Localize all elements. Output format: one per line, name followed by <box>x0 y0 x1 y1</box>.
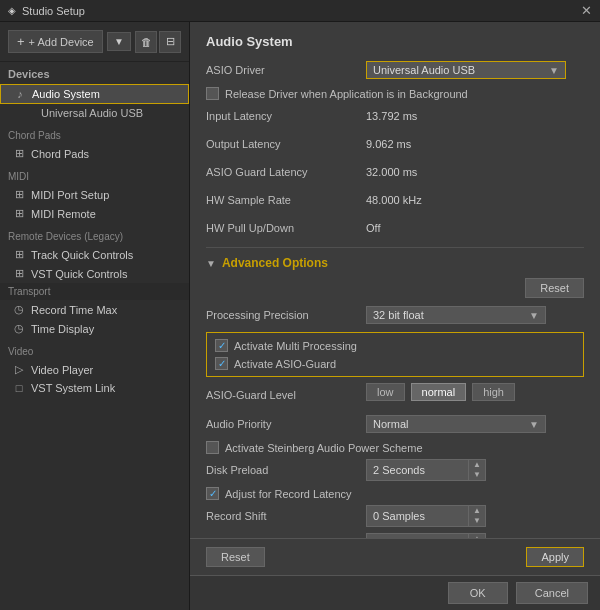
disk-preload-up[interactable]: ▲ <box>469 460 485 470</box>
asio-driver-select[interactable]: Universal Audio USB ▼ <box>366 61 566 79</box>
hw-pull-label: HW Pull Up/Down <box>206 222 366 234</box>
sidebar-item-universal-audio[interactable]: Universal Audio USB <box>0 104 189 122</box>
disk-preload-arrows: ▲ ▼ <box>468 460 485 480</box>
steinberg-power-checkbox[interactable] <box>206 441 219 454</box>
advanced-triangle-icon: ▼ <box>206 258 216 269</box>
reset-button-top[interactable]: Reset <box>525 278 584 298</box>
chord-pads-icon: ⊞ <box>12 147 26 160</box>
record-shift-up[interactable]: ▲ <box>469 506 485 516</box>
plus-icon: + <box>17 34 25 49</box>
vst-quick-label: VST Quick Controls <box>31 268 127 280</box>
sidebar-item-vst-quick[interactable]: ⊞ VST Quick Controls <box>0 264 189 283</box>
processing-precision-label: Processing Precision <box>206 309 366 321</box>
section-chord-pads: Chord Pads <box>0 122 189 144</box>
guard-level-high[interactable]: high <box>472 383 515 401</box>
vst-system-icon: □ <box>12 382 26 394</box>
title-bar: ◈ Studio Setup ✕ <box>0 0 600 22</box>
asio-driver-value: Universal Audio USB <box>373 64 475 76</box>
audio-system-icon: ♪ <box>13 88 27 100</box>
sidebar-item-video-player[interactable]: ▷ Video Player <box>0 360 189 379</box>
sidebar: + + Add Device ▼ 🗑 ⊟ Devices ♪ Audio Sys… <box>0 22 190 610</box>
adjust-record-label: Adjust for Record Latency <box>225 488 352 500</box>
disk-preload-down[interactable]: ▼ <box>469 470 485 480</box>
multiprocess-group: Activate Multi Processing Activate ASIO-… <box>206 332 584 377</box>
release-driver-label: Release Driver when Application is in Ba… <box>225 88 468 100</box>
title-text: Studio Setup <box>22 5 85 17</box>
adjust-record-checkbox[interactable] <box>206 487 219 500</box>
time-display-icon: ◷ <box>12 322 26 335</box>
disk-preload-spinbox: 2 Seconds ▲ ▼ <box>366 459 486 481</box>
add-device-dropdown-button[interactable]: ▼ <box>107 32 131 51</box>
sidebar-item-time-display[interactable]: ◷ Time Display <box>0 319 189 338</box>
audio-priority-select[interactable]: Normal ▼ <box>366 415 546 433</box>
track-quick-label: Track Quick Controls <box>31 249 133 261</box>
section-transport: Transport <box>0 283 189 300</box>
sidebar-item-midi-port[interactable]: ⊞ MIDI Port Setup <box>0 185 189 204</box>
main-container: + + Add Device ▼ 🗑 ⊟ Devices ♪ Audio Sys… <box>0 22 600 610</box>
output-latency-value: 9.062 ms <box>366 138 411 150</box>
output-latency-label: Output Latency <box>206 138 366 150</box>
release-driver-checkbox[interactable] <box>206 87 219 100</box>
cancel-button[interactable]: Cancel <box>516 582 588 604</box>
record-shift-arrows: ▲ ▼ <box>468 506 485 526</box>
sidebar-delete-button[interactable]: 🗑 <box>135 31 157 53</box>
sidebar-item-track-quick[interactable]: ⊞ Track Quick Controls <box>0 245 189 264</box>
guard-level-normal[interactable]: normal <box>411 383 467 401</box>
activate-asio-guard-row: Activate ASIO-Guard <box>215 357 575 370</box>
processing-precision-arrow: ▼ <box>529 310 539 321</box>
record-shift-down[interactable]: ▼ <box>469 516 485 526</box>
apply-button[interactable]: Apply <box>526 547 584 567</box>
midi-remote-label: MIDI Remote <box>31 208 96 220</box>
time-display-label: Time Display <box>31 323 94 335</box>
add-device-label: + Add Device <box>29 36 94 48</box>
reset-btn-container: Reset <box>206 278 584 298</box>
audio-system-label: Audio System <box>32 88 100 100</box>
sidebar-columns-button[interactable]: ⊟ <box>159 31 181 53</box>
input-latency-label: Input Latency <box>206 110 366 122</box>
activate-multi-checkbox[interactable] <box>215 339 228 352</box>
hw-pull-value: Off <box>366 222 380 234</box>
sidebar-item-record-time[interactable]: ◷ Record Time Max <box>0 300 189 319</box>
content-area: Audio System ASIO Driver Universal Audio… <box>190 22 600 610</box>
sidebar-item-audio-system[interactable]: ♪ Audio System <box>0 84 189 104</box>
sidebar-item-chord-pads[interactable]: ⊞ Chord Pads <box>0 144 189 163</box>
processing-precision-value: 32 bit float <box>373 309 424 321</box>
universal-audio-label: Universal Audio USB <box>41 107 143 119</box>
activate-asio-guard-label: Activate ASIO-Guard <box>234 358 336 370</box>
dialog-footer: OK Cancel <box>190 575 600 610</box>
processing-precision-row: Processing Precision 32 bit float ▼ <box>206 304 584 326</box>
separator-1 <box>206 247 584 248</box>
asio-guard-latency-value: 32.000 ms <box>366 166 417 178</box>
processing-precision-select[interactable]: 32 bit float ▼ <box>366 306 546 324</box>
title-icon: ◈ <box>8 5 16 16</box>
sidebar-item-vst-system[interactable]: □ VST System Link <box>0 379 189 397</box>
record-shift-value: 0 Samples <box>367 508 468 524</box>
activate-multi-label: Activate Multi Processing <box>234 340 357 352</box>
midi-port-label: MIDI Port Setup <box>31 189 109 201</box>
record-shift-label: Record Shift <box>206 510 366 522</box>
release-driver-row: Release Driver when Application is in Ba… <box>206 87 584 100</box>
footer-reset-button[interactable]: Reset <box>206 547 265 567</box>
guard-level-buttons: low normal high <box>366 383 515 401</box>
video-player-label: Video Player <box>31 364 93 376</box>
audio-priority-row: Audio Priority Normal ▼ <box>206 413 584 435</box>
add-device-button[interactable]: + + Add Device <box>8 30 103 53</box>
activate-asio-guard-checkbox[interactable] <box>215 357 228 370</box>
video-player-icon: ▷ <box>12 363 26 376</box>
disk-preload-label: Disk Preload <box>206 464 366 476</box>
asio-driver-label: ASIO Driver <box>206 64 366 76</box>
activate-multi-row: Activate Multi Processing <box>215 339 575 352</box>
ok-button[interactable]: OK <box>448 582 508 604</box>
midi-remote-icon: ⊞ <box>12 207 26 220</box>
guard-level-low[interactable]: low <box>366 383 405 401</box>
disk-preload-value: 2 Seconds <box>367 462 468 478</box>
advanced-options-title: Advanced Options <box>222 256 328 270</box>
hw-sample-rate-label: HW Sample Rate <box>206 194 366 206</box>
sidebar-item-midi-remote[interactable]: ⊞ MIDI Remote <box>0 204 189 223</box>
section-midi: MIDI <box>0 163 189 185</box>
disk-preload-row: Disk Preload 2 Seconds ▲ ▼ <box>206 459 584 481</box>
section-remote-devices: Remote Devices (Legacy) <box>0 223 189 245</box>
advanced-options-header[interactable]: ▼ Advanced Options <box>206 256 584 270</box>
close-button[interactable]: ✕ <box>581 3 592 18</box>
input-latency-value: 13.792 ms <box>366 110 417 122</box>
